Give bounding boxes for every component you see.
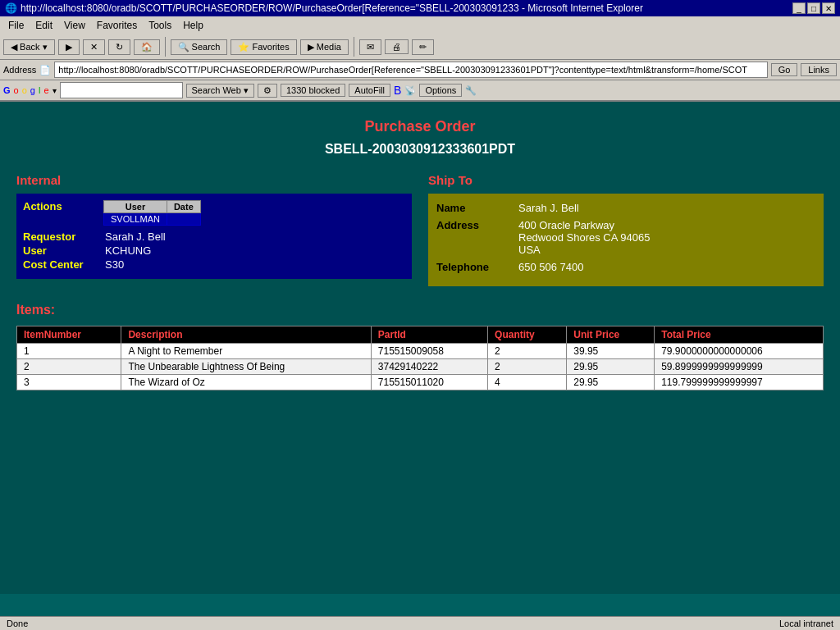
col-itemnumber: ItemNumber — [17, 326, 121, 344]
separator-1 — [165, 37, 166, 57]
shipto-section: Ship To Name Sarah J. Bell Address 400 O… — [428, 173, 824, 286]
cell-totalprice: 59.8999999999999999 — [655, 359, 824, 375]
address-value: 400 Oracle Parkway Redwood Shores CA 940… — [518, 219, 650, 256]
address-row: Address 400 Oracle Parkway Redwood Shore… — [436, 219, 815, 256]
shipto-box: Name Sarah J. Bell Address 400 Oracle Pa… — [428, 194, 824, 286]
requestor-row: Requestor Sarah J. Bell — [23, 231, 405, 243]
user-label: User — [23, 244, 105, 257]
cell-description: A Night to Remember — [121, 344, 371, 359]
items-title: Items: — [16, 303, 824, 317]
name-value: Sarah J. Bell — [518, 202, 579, 214]
blocked-label: 1330 blocked — [281, 84, 345, 97]
name-label: Name — [436, 202, 518, 214]
items-section: Items: ItemNumber Description PartId Qua… — [16, 303, 824, 390]
maximize-button[interactable]: □ — [807, 2, 820, 14]
cell-partid: 37429140222 — [371, 359, 487, 375]
cell-quantity: 2 — [488, 359, 567, 375]
col-partid: PartId — [371, 326, 487, 344]
user-col-header: User — [104, 201, 167, 213]
google-search-input[interactable] — [60, 82, 183, 98]
cell-quantity: 4 — [488, 375, 567, 390]
col-description: Description — [121, 326, 371, 344]
col-quantity: Quantity — [488, 326, 567, 344]
close-button[interactable]: ✕ — [822, 2, 835, 14]
go-button[interactable]: Go — [771, 63, 798, 76]
cell-description: The Unbearable Lightness Of Being — [121, 359, 371, 375]
requestor-label: Requestor — [23, 231, 105, 243]
forward-button[interactable]: ▶ — [58, 39, 80, 55]
dropdown-arrow-icon: ▾ — [52, 86, 57, 95]
table-row: 3 The Wizard of Oz 715515011020 4 29.95 … — [17, 375, 824, 390]
user-row: User KCHUNG — [23, 244, 405, 257]
main-sections: Internal Actions User Date SVOLLMAN — [16, 173, 824, 286]
home-button[interactable]: 🏠 — [134, 39, 160, 55]
edit-button[interactable]: ✏ — [412, 39, 434, 55]
table-row: 2 The Unbearable Lightness Of Being 3742… — [17, 359, 824, 375]
print-button[interactable]: 🖨 — [385, 39, 409, 54]
internal-title: Internal — [16, 173, 412, 187]
telephone-row: Telephone 650 506 7400 — [436, 261, 815, 273]
order-id: SBELL-2003030912333601PDT — [16, 139, 824, 173]
wrench-icon: 🔧 — [465, 85, 477, 96]
menu-tools[interactable]: Tools — [144, 18, 176, 33]
cell-totalprice: 119.799999999999997 — [655, 375, 824, 390]
search-web-button[interactable]: Search Web ▾ — [186, 84, 254, 98]
date-value-cell — [167, 213, 200, 226]
actions-label: Actions — [23, 200, 97, 212]
menu-view[interactable]: View — [59, 18, 90, 33]
page-icon: 📄 — [39, 65, 51, 75]
search-button[interactable]: 🔍 Search — [171, 39, 228, 55]
refresh-button[interactable]: ↻ — [108, 39, 130, 55]
browser-icon: 🌐 — [5, 2, 17, 14]
google-toolbar: Google ▾ Search Web ▾ ⚙ 1330 blocked Aut… — [0, 80, 840, 102]
cell-totalprice: 79.9000000000000006 — [655, 344, 824, 359]
separator-2 — [354, 37, 354, 57]
items-table: ItemNumber Description PartId Quantity U… — [16, 326, 824, 390]
menu-edit[interactable]: Edit — [30, 18, 57, 33]
autofill-button[interactable]: AutoFill — [349, 84, 390, 97]
links-button[interactable]: Links — [801, 63, 837, 76]
actions-row: Actions User Date SVOLLMAN — [23, 200, 405, 226]
col-totalprice: Total Price — [655, 326, 824, 344]
date-col-header: Date — [167, 201, 200, 213]
cell-unitprice: 29.95 — [567, 359, 655, 375]
minimize-button[interactable]: _ — [792, 2, 806, 14]
mail-button[interactable]: ✉ — [359, 39, 381, 55]
shipto-title: Ship To — [428, 173, 824, 187]
telephone-value: 650 506 7400 — [518, 261, 584, 273]
page-title: Purchase Order — [16, 110, 824, 139]
favorites-button[interactable]: ⭐ Favorites — [231, 39, 296, 55]
options-button[interactable]: Options — [419, 84, 462, 97]
window-title: http://localhost:8080/oradb/SCOTT/PURCHA… — [21, 2, 643, 14]
menu-help[interactable]: Help — [178, 18, 208, 33]
table-row: 1 A Night to Remember 715515009058 2 39.… — [17, 344, 824, 359]
page-content: Purchase Order SBELL-2003030912333601PDT… — [0, 102, 840, 594]
cell-item: 1 — [17, 344, 121, 359]
user-value: KCHUNG — [105, 244, 151, 257]
address-input[interactable] — [54, 62, 767, 78]
address-bar: Address 📄 Go Links — [0, 60, 840, 80]
rss-icon: 📡 — [404, 85, 416, 96]
back-button[interactable]: ◀ Back ▾ — [3, 39, 55, 55]
costcenter-label: Cost Center — [23, 258, 105, 271]
stop-button[interactable]: ✕ — [83, 39, 105, 55]
table-header-row: ItemNumber Description PartId Quantity U… — [17, 326, 824, 344]
costcenter-row: Cost Center S30 — [23, 258, 405, 271]
col-unitprice: Unit Price — [567, 326, 655, 344]
cell-quantity: 2 — [488, 344, 567, 359]
cell-item: 2 — [17, 359, 121, 375]
address-label: Address — [436, 219, 518, 256]
menu-favorites[interactable]: Favorites — [92, 18, 142, 33]
google-label: G — [3, 85, 11, 95]
internal-box: Actions User Date SVOLLMAN Requestor — [16, 194, 412, 279]
menu-file[interactable]: File — [3, 18, 29, 33]
media-button[interactable]: ▶ Media — [300, 39, 349, 55]
cell-partid: 715515011020 — [371, 375, 487, 390]
cell-unitprice: 39.95 — [567, 344, 655, 359]
requestor-value: Sarah J. Bell — [105, 231, 166, 243]
google-options-button[interactable]: ⚙ — [258, 84, 277, 98]
cell-description: The Wizard of Oz — [121, 375, 371, 390]
cell-item: 3 — [17, 375, 121, 390]
internal-section: Internal Actions User Date SVOLLMAN — [16, 173, 412, 286]
menu-bar: File Edit View Favorites Tools Help — [0, 16, 840, 34]
